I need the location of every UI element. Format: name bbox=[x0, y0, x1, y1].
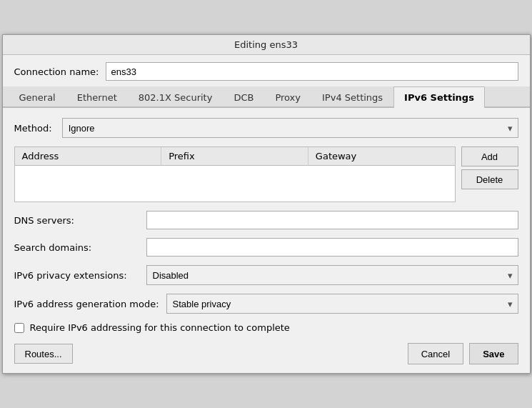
dns-servers-label: DNS servers: bbox=[14, 215, 139, 226]
bottom-buttons-bar: Routes... Cancel Save bbox=[3, 343, 530, 373]
window-title: Editing ens33 bbox=[234, 39, 298, 50]
main-action-buttons: Cancel Save bbox=[408, 343, 518, 364]
address-table-header: Address Prefix Gateway bbox=[15, 147, 455, 166]
ipv6-generation-label: IPv6 address generation mode: bbox=[14, 299, 159, 309]
require-checkbox-row: Require IPv6 addressing for this connect… bbox=[14, 322, 518, 333]
ipv6-privacy-row: IPv6 privacy extensions: Disabled Enable… bbox=[14, 265, 518, 285]
cancel-button[interactable]: Cancel bbox=[408, 343, 463, 364]
ipv6-generation-row: IPv6 address generation mode: Stable pri… bbox=[14, 294, 518, 314]
address-section: Address Prefix Gateway Add Delete bbox=[14, 146, 518, 202]
ipv6-generation-select-wrapper: Stable privacy EUI64 Default bbox=[166, 294, 518, 314]
address-table: Address Prefix Gateway bbox=[14, 146, 456, 202]
tab-bar: General Ethernet 802.1X Security DCB Pro… bbox=[3, 86, 530, 108]
ipv6-privacy-label: IPv6 privacy extensions: bbox=[14, 270, 139, 281]
tab-ethernet[interactable]: Ethernet bbox=[66, 86, 128, 108]
address-buttons: Add Delete bbox=[461, 146, 518, 202]
ipv6-generation-select[interactable]: Stable privacy EUI64 Default bbox=[166, 294, 518, 314]
tab-general[interactable]: General bbox=[9, 86, 66, 108]
search-domains-row: Search domains: bbox=[14, 238, 518, 257]
routes-button[interactable]: Routes... bbox=[14, 344, 73, 364]
delete-button[interactable]: Delete bbox=[461, 169, 518, 189]
column-address: Address bbox=[15, 147, 162, 165]
connection-name-label: Connection name: bbox=[14, 66, 99, 77]
search-domains-label: Search domains: bbox=[14, 242, 139, 253]
require-ipv6-label[interactable]: Require IPv6 addressing for this connect… bbox=[30, 322, 290, 333]
method-row: Method: Ignore Automatic Manual Link-Loc… bbox=[14, 118, 518, 138]
tab-security[interactable]: 802.1X Security bbox=[128, 86, 224, 108]
content-area: Method: Ignore Automatic Manual Link-Loc… bbox=[3, 108, 530, 343]
tab-ipv4[interactable]: IPv4 Settings bbox=[311, 86, 393, 108]
save-button[interactable]: Save bbox=[469, 343, 518, 364]
main-window: Editing ens33 Connection name: General E… bbox=[2, 34, 531, 374]
search-domains-input[interactable] bbox=[146, 238, 518, 257]
add-button[interactable]: Add bbox=[461, 146, 518, 166]
address-table-body[interactable] bbox=[15, 166, 455, 201]
title-bar: Editing ens33 bbox=[3, 35, 530, 55]
dns-servers-row: DNS servers: bbox=[14, 211, 518, 229]
tab-proxy[interactable]: Proxy bbox=[264, 86, 311, 108]
tab-ipv6[interactable]: IPv6 Settings bbox=[393, 86, 485, 108]
method-label: Method: bbox=[14, 123, 52, 134]
method-select-wrapper: Ignore Automatic Manual Link-Local Only … bbox=[62, 118, 518, 138]
column-gateway: Gateway bbox=[308, 147, 455, 165]
column-prefix: Prefix bbox=[161, 147, 308, 165]
ipv6-privacy-select[interactable]: Disabled Enabled (prefer public address)… bbox=[146, 265, 518, 285]
require-ipv6-checkbox[interactable] bbox=[14, 323, 24, 333]
connection-name-row: Connection name: bbox=[3, 55, 530, 86]
connection-name-input[interactable] bbox=[106, 62, 518, 81]
ipv6-privacy-select-wrapper: Disabled Enabled (prefer public address)… bbox=[146, 265, 518, 285]
dns-servers-input[interactable] bbox=[146, 211, 518, 229]
method-select[interactable]: Ignore Automatic Manual Link-Local Only … bbox=[62, 118, 518, 138]
tab-dcb[interactable]: DCB bbox=[223, 86, 264, 108]
